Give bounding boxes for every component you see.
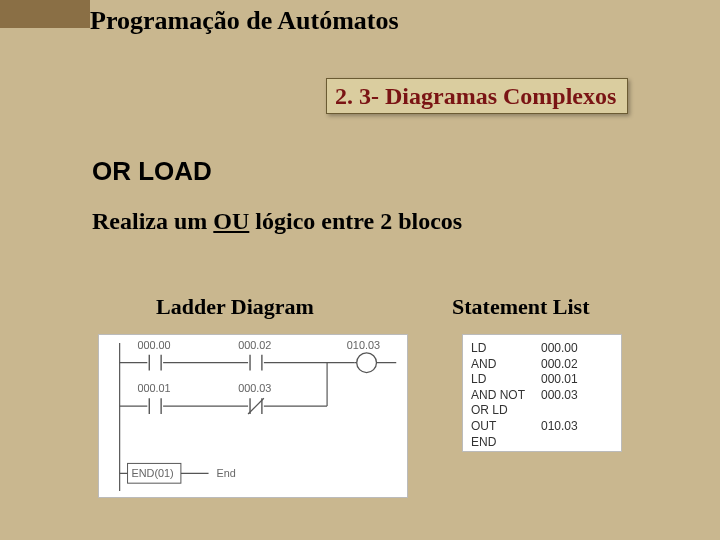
desc-pre: Realiza um: [92, 208, 213, 234]
desc-post: lógico entre 2 blocos: [249, 208, 462, 234]
stmt-op: AND NOT: [471, 388, 541, 404]
statement-list: LD000.00 AND000.02 LD000.01 AND NOT000.0…: [462, 334, 622, 452]
stmt-op: LD: [471, 341, 541, 357]
list-item: AND NOT000.03: [471, 388, 613, 404]
contact-c2-label: 000.02: [238, 339, 271, 351]
stmt-arg: 010.03: [541, 419, 578, 435]
contact-c3-label: 000.01: [137, 382, 170, 394]
list-item: END: [471, 435, 613, 451]
stmt-op: LD: [471, 372, 541, 388]
contact-c4-label: 000.03: [238, 382, 271, 394]
end-block-label: END(01): [132, 467, 174, 479]
section-label: 2. 3- Diagramas Complexos: [335, 83, 616, 110]
column-header-statement: Statement List: [452, 294, 589, 320]
instruction-name: OR LOAD: [92, 156, 212, 187]
section-box: 2. 3- Diagramas Complexos: [326, 78, 628, 114]
list-item: AND000.02: [471, 357, 613, 373]
ladder-diagram: 000.00 000.02 000.01 000.03 010.03 END(0…: [98, 334, 408, 498]
corner-tab: [0, 0, 90, 28]
stmt-arg: 000.03: [541, 388, 578, 404]
desc-underlined: OU: [213, 208, 249, 234]
stmt-op: END: [471, 435, 541, 451]
list-item: OUT010.03: [471, 419, 613, 435]
svg-point-18: [357, 353, 377, 373]
contact-c1-label: 000.00: [137, 339, 170, 351]
stmt-arg: 000.02: [541, 357, 578, 373]
list-item: LD000.01: [471, 372, 613, 388]
list-item: OR LD: [471, 403, 613, 419]
stmt-arg: 000.01: [541, 372, 578, 388]
stmt-op: AND: [471, 357, 541, 373]
stmt-arg: 000.00: [541, 341, 578, 357]
description: Realiza um OU lógico entre 2 blocos: [92, 208, 462, 235]
stmt-op: OUT: [471, 419, 541, 435]
column-header-ladder: Ladder Diagram: [156, 294, 314, 320]
end-label: End: [216, 467, 235, 479]
stmt-op: OR LD: [471, 403, 541, 419]
list-item: LD000.00: [471, 341, 613, 357]
page-title: Programação de Autómatos: [90, 6, 399, 36]
output-label: 010.03: [347, 339, 380, 351]
